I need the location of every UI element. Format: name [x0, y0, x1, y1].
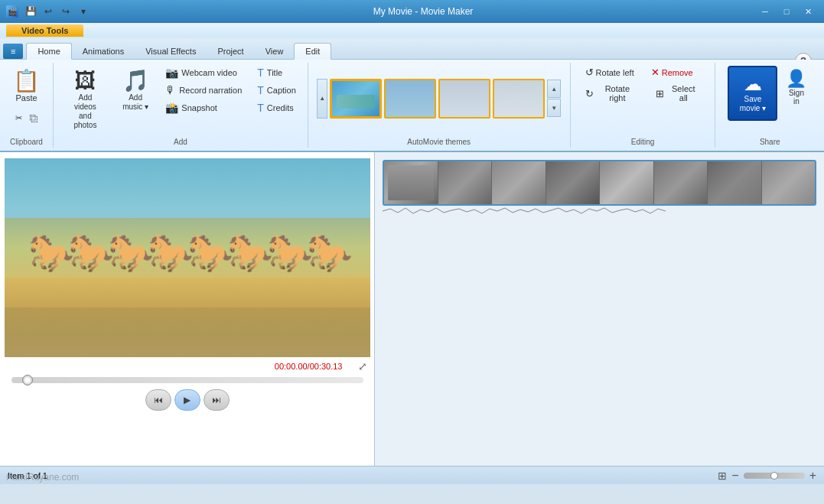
edit-row-1: ↺ Rotate left ✕ Remove [578, 64, 708, 80]
waveform-svg [383, 206, 816, 216]
copy-button[interactable]: ⿻ [27, 112, 41, 125]
title-icon: T [257, 67, 264, 79]
share-content: ☁ Savemovie ▾ 👤 Signin [721, 63, 818, 124]
save-movie-icon: ☁ [744, 73, 762, 95]
tab-animations[interactable]: Animations [72, 44, 135, 59]
add-small-buttons: 📷 Webcam video 🎙 Record narration 📸 Snap… [160, 64, 247, 116]
clipboard-label: Clipboard [0, 138, 53, 146]
close-button[interactable]: ✕ [798, 4, 818, 19]
title-button[interactable]: T Title [252, 64, 301, 81]
paste-icon: 📋 [13, 68, 40, 93]
themes-scroll-prev[interactable]: ▲ [547, 80, 561, 98]
title-bar: 🎬 💾 ↩ ↪ ▾ My Movie - Movie Maker ─ □ ✕ [0, 0, 824, 23]
zoom-slider[interactable] [744, 473, 805, 479]
credits-icon: T [257, 102, 264, 114]
file-tab-icon: ≡ [11, 47, 15, 56]
step-back-button[interactable]: ⏮ [145, 389, 171, 411]
app-icon: 🎬 [6, 5, 18, 18]
waveform [383, 206, 816, 216]
caption-button[interactable]: T Caption [252, 82, 301, 99]
video-tools-label: Video Tools [6, 24, 83, 37]
theme-item-1[interactable] [330, 79, 382, 119]
record-narration-button[interactable]: 🎙 Record narration [160, 82, 247, 99]
webcam-button[interactable]: 📷 Webcam video [160, 64, 247, 81]
remove-icon: ✕ [651, 67, 660, 78]
text-buttons: T Title T Caption T Credits [252, 64, 301, 116]
app-title: My Movie - Movie Maker [373, 6, 474, 17]
theme-preview-2 [386, 80, 435, 117]
add-content: 🖼 Add videosand photos 🎵 Addmusic ▾ 📷 We… [60, 63, 301, 134]
title-center: My Movie - Movie Maker [91, 6, 755, 17]
themes-scroll-up[interactable]: ▲ [317, 79, 327, 119]
play-pause-button[interactable]: ▶ [174, 389, 200, 411]
snapshot-button[interactable]: 📸 Snapshot [160, 99, 247, 116]
ribbon-content: 📋 Paste ✂ ⿻ Clipboard 🖼 Add vide [0, 60, 824, 152]
tab-edit[interactable]: Edit [294, 43, 331, 60]
title-bar-controls: ─ □ ✕ [755, 4, 818, 19]
zoom-in-button[interactable]: + [809, 469, 816, 483]
horse-silhouettes: 🐎🐎🐎🐎🐎🐎🐎🐎 [28, 232, 347, 275]
zoom-out-button[interactable]: − [731, 469, 738, 483]
tab-visual-effects[interactable]: Visual Effects [135, 44, 207, 59]
sign-in-button[interactable]: 👤 Signin [780, 66, 812, 121]
title-bar-left: 🎬 💾 ↩ ↪ ▾ [6, 4, 91, 19]
step-forward-button[interactable]: ⏭ [204, 389, 230, 411]
filmstrip-frame-4 [546, 161, 601, 204]
themes-side-scroll: ▲ ▼ [547, 80, 561, 117]
playback-controls: ⏮ ▶ ⏭ [145, 389, 230, 411]
add-music-button[interactable]: 🎵 Addmusic ▾ [116, 64, 156, 115]
expand-button[interactable]: ⤢ [358, 360, 367, 372]
tab-view[interactable]: View [255, 44, 295, 59]
minimize-button[interactable]: ─ [755, 4, 775, 19]
time-row: 00:00.00/00:30.13 ⤢ [8, 360, 367, 372]
status-icon-1[interactable]: ⊞ [718, 470, 727, 482]
theme-item-2[interactable] [384, 79, 436, 119]
credits-button[interactable]: T Credits [252, 99, 301, 116]
save-movie-button[interactable]: ☁ Savemovie ▾ [728, 66, 777, 121]
filmstrip-frame-6 [654, 161, 708, 204]
paste-button[interactable]: 📋 Paste [6, 64, 47, 110]
themes-content: ▲ [314, 63, 564, 134]
theme-item-4[interactable] [493, 79, 545, 119]
storyboard-panel [375, 152, 824, 466]
clipboard-content: 📋 Paste ✂ ⿻ [6, 63, 47, 134]
maximize-button[interactable]: □ [777, 4, 796, 19]
rotate-right-icon: ↻ [585, 88, 594, 99]
scrubber-bar[interactable] [11, 377, 363, 383]
scrubber-thumb[interactable] [22, 375, 33, 385]
record-icon: 🎙 [165, 84, 176, 96]
cut-button[interactable]: ✂ [12, 112, 25, 125]
group-automovie: ▲ [308, 63, 571, 148]
qat-undo-button[interactable]: ↩ [41, 4, 56, 19]
tab-home[interactable]: Home [26, 43, 71, 60]
qat-redo-button[interactable]: ↪ [58, 4, 73, 19]
timeline-strip[interactable] [383, 160, 816, 206]
tab-project[interactable]: Project [207, 44, 254, 59]
quick-access-toolbar: 💾 ↩ ↪ ▾ [23, 4, 91, 19]
filmstrip-frame-3 [492, 161, 546, 204]
group-editing: ↺ Rotate left ✕ Remove ↻ Rotate right ⊞ … [571, 63, 716, 148]
themes-scroll: ▲ [317, 79, 561, 119]
rotate-left-button[interactable]: ↺ Rotate left [578, 64, 641, 80]
zoom-thumb[interactable] [770, 472, 778, 480]
add-videos-icon: 🖼 [74, 68, 96, 93]
add-label: Add [54, 138, 308, 146]
group-share: ☁ Savemovie ▾ 👤 Signin Share [715, 63, 824, 148]
select-all-button[interactable]: ⊞ Select all [649, 82, 707, 105]
rotate-right-button[interactable]: ↻ Rotate right [578, 82, 646, 105]
snapshot-icon: 📸 [165, 102, 178, 114]
qat-save-button[interactable]: 💾 [23, 4, 38, 19]
theme-preview-3 [440, 80, 489, 117]
theme-item-3[interactable] [438, 79, 490, 119]
themes-scroll-next[interactable]: ▼ [547, 99, 561, 117]
qat-dropdown-button[interactable]: ▾ [76, 4, 91, 19]
ribbon-tabs: ≡ Home Animations Visual Effects Project… [0, 38, 824, 60]
rotate-left-icon: ↺ [585, 67, 594, 78]
add-videos-button[interactable]: 🖼 Add videosand photos [60, 64, 111, 134]
group-add: 🖼 Add videosand photos 🎵 Addmusic ▾ 📷 We… [54, 63, 308, 148]
tab-file[interactable]: ≡ [3, 44, 23, 59]
cut-icon: ✂ [15, 113, 22, 123]
remove-button[interactable]: ✕ Remove [644, 64, 700, 80]
automovie-label: AutoMovie themes [308, 138, 570, 146]
group-clipboard: 📋 Paste ✂ ⿻ Clipboard [0, 63, 54, 148]
